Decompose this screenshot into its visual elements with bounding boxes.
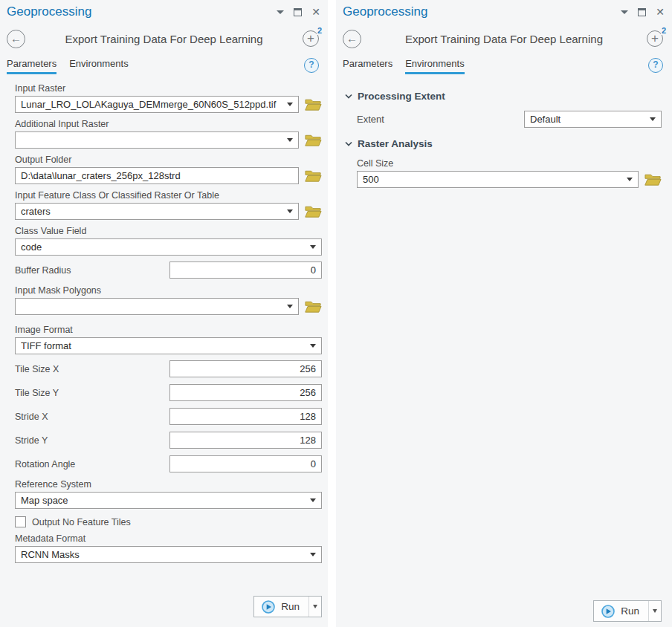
- field-metadata-format: Metadata Format RCNN Masks: [15, 533, 322, 563]
- field-label: Class Value Field: [15, 226, 322, 236]
- stride-y-input[interactable]: [169, 432, 322, 449]
- run-label: Run: [281, 601, 300, 612]
- extent-combobox[interactable]: Default: [524, 111, 662, 128]
- tab-environments[interactable]: Environments: [405, 56, 464, 74]
- field-additional-input-raster: Additional Input Raster: [15, 119, 322, 149]
- run-button[interactable]: Run: [253, 596, 322, 617]
- browse-folder-icon[interactable]: [305, 169, 322, 183]
- geoprocessing-pane-environments: Geoprocessing ✕ ← Export Training Data F…: [336, 0, 672, 627]
- raster-analysis-body: Cell Size 500: [345, 158, 662, 188]
- additional-input-raster-combobox[interactable]: [15, 131, 299, 149]
- restore-window-icon[interactable]: [294, 8, 302, 16]
- chevron-down-icon: [650, 117, 656, 121]
- environments-form: Processing Extent Extent Default Raster …: [336, 82, 672, 600]
- help-icon[interactable]: ?: [304, 58, 319, 73]
- stride-x-input[interactable]: [169, 408, 322, 425]
- section-title: Raster Analysis: [358, 138, 433, 149]
- chevron-down-icon: [310, 553, 316, 556]
- pane-title: Geoprocessing: [7, 4, 277, 19]
- field-label: Tile Size X: [15, 364, 169, 374]
- session-count-badge: 2: [317, 26, 323, 35]
- tile-size-x-input[interactable]: [169, 360, 322, 377]
- back-arrow-icon: ←: [346, 32, 358, 45]
- chevron-down-icon: [310, 344, 316, 348]
- field-label: Cell Size: [357, 158, 662, 169]
- footer: Run: [0, 596, 328, 627]
- input-feature-class-combobox[interactable]: craters: [15, 203, 299, 220]
- pane-titlebar: Geoprocessing ✕: [0, 0, 328, 21]
- field-input-raster: Input Raster Lunar_LRO_LOLAKaguya_DEMmer…: [15, 83, 322, 113]
- run-button[interactable]: Run: [593, 600, 662, 622]
- output-folder-input[interactable]: D:\data\lunar_craters_256px_128strd: [15, 167, 299, 184]
- field-label: Rotation Angle: [15, 459, 169, 470]
- geoprocessing-pane-parameters: Geoprocessing ✕ ← Export Training Data F…: [0, 0, 328, 627]
- field-output-folder: Output Folder D:\data\lunar_craters_256p…: [15, 155, 322, 184]
- class-value-field-combobox[interactable]: code: [15, 238, 322, 256]
- tab-environments[interactable]: Environments: [69, 56, 128, 74]
- back-arrow-icon: ←: [10, 32, 22, 45]
- pin-dropdown-icon[interactable]: [621, 10, 628, 14]
- checkbox-label: Output No Feature Tiles: [32, 517, 131, 527]
- tool-title: Export Training Data For Deep Learning: [361, 33, 647, 45]
- tab-bar: Parameters Environments ?: [0, 56, 328, 74]
- field-reference-system: Reference System Map space: [15, 479, 322, 509]
- tab-parameters[interactable]: Parameters: [7, 56, 56, 74]
- close-icon[interactable]: ✕: [656, 8, 665, 16]
- output-no-feature-tiles-checkbox[interactable]: [15, 516, 26, 527]
- restore-window-icon[interactable]: [638, 8, 646, 16]
- browse-folder-icon[interactable]: [644, 172, 662, 186]
- tile-size-y-input[interactable]: [169, 384, 322, 401]
- chevron-down-icon: [627, 178, 633, 181]
- open-tool-session-button[interactable]: + 2: [647, 30, 665, 48]
- open-tool-session-button[interactable]: + 2: [303, 30, 320, 48]
- section-title: Processing Extent: [358, 91, 445, 102]
- input-mask-polygons-combobox[interactable]: [15, 298, 299, 315]
- field-tile-size-y: Tile Size Y: [15, 384, 322, 401]
- chevron-down-icon: [313, 605, 317, 608]
- field-buffer-radius: Buffer Radius: [15, 261, 322, 279]
- field-label: Image Format: [15, 325, 322, 335]
- metadata-format-combobox[interactable]: RCNN Masks: [15, 546, 322, 563]
- window-controls: ✕: [621, 8, 665, 16]
- tool-header: ← Export Training Data For Deep Learning…: [336, 21, 672, 56]
- field-input-feature-class: Input Feature Class Or Classified Raster…: [15, 190, 322, 220]
- back-button[interactable]: ←: [7, 30, 25, 48]
- field-cell-size: Cell Size 500: [357, 158, 662, 188]
- footer: Run: [336, 600, 672, 627]
- field-label: Stride X: [15, 412, 169, 422]
- browse-folder-icon[interactable]: [305, 299, 322, 314]
- image-format-combobox[interactable]: TIFF format: [15, 337, 322, 354]
- chevron-down-icon: [310, 498, 316, 502]
- cell-size-combobox[interactable]: 500: [357, 171, 639, 188]
- chevron-down-icon: [287, 209, 293, 213]
- field-label: Additional Input Raster: [15, 119, 322, 129]
- close-icon[interactable]: ✕: [311, 8, 320, 16]
- chevron-down-icon: [287, 138, 293, 142]
- tab-parameters[interactable]: Parameters: [343, 56, 392, 74]
- rotation-angle-input[interactable]: [169, 455, 322, 472]
- help-icon[interactable]: ?: [648, 58, 663, 73]
- buffer-radius-input[interactable]: [169, 261, 322, 279]
- collapse-chevron-icon: [345, 94, 352, 99]
- run-options-button[interactable]: [648, 601, 661, 621]
- chevron-down-icon: [653, 609, 657, 613]
- back-button[interactable]: ←: [343, 30, 361, 48]
- field-label: Input Feature Class Or Classified Raster…: [15, 190, 322, 201]
- section-raster-analysis[interactable]: Raster Analysis: [345, 138, 662, 149]
- field-label: Buffer Radius: [15, 265, 169, 276]
- browse-folder-icon[interactable]: [305, 204, 322, 218]
- input-raster-combobox[interactable]: Lunar_LRO_LOLAKaguya_DEMmerge_60N60S_512…: [15, 96, 299, 113]
- pane-title: Geoprocessing: [343, 4, 621, 19]
- browse-folder-icon[interactable]: [305, 97, 322, 111]
- field-label: Input Mask Polygons: [15, 285, 322, 296]
- field-class-value-field: Class Value Field code: [15, 226, 322, 256]
- reference-system-combobox[interactable]: Map space: [15, 492, 322, 509]
- field-rotation-angle: Rotation Angle: [15, 455, 322, 472]
- chevron-down-icon: [287, 305, 293, 308]
- pin-dropdown-icon[interactable]: [277, 10, 284, 14]
- browse-folder-icon[interactable]: [305, 133, 322, 147]
- run-options-button[interactable]: [308, 597, 321, 617]
- session-count-badge: 2: [661, 26, 667, 35]
- field-label: Extent: [357, 114, 524, 125]
- section-processing-extent[interactable]: Processing Extent: [345, 91, 662, 102]
